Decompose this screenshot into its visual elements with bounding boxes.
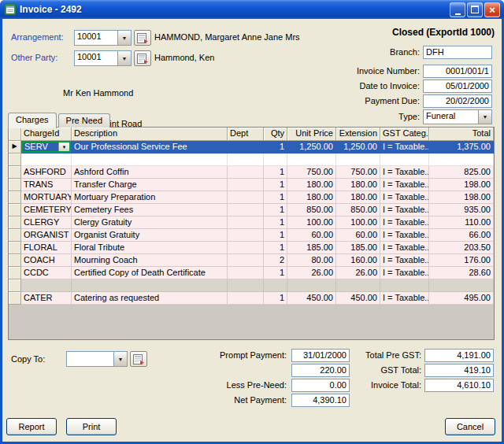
cell-id [21, 154, 72, 166]
table-row[interactable]: CLERGYClergy Gratuity1100.00100.00I = Ta… [9, 216, 494, 229]
table-row[interactable]: ASHFORDAshford Coffin1750.00750.00I = Ta… [9, 166, 494, 179]
cancel-button[interactable]: Cancel [445, 418, 495, 435]
cell-dept [228, 242, 264, 254]
close-button[interactable]: × [484, 2, 500, 17]
minimize-button[interactable] [450, 2, 465, 17]
cell-id: COACH [21, 254, 72, 267]
gst-total-field[interactable]: 419.10 [424, 364, 494, 377]
table-row[interactable]: TRANSTransfer Charge1180.00180.00I = Tax… [9, 179, 494, 191]
cell-total: 935.00 [429, 204, 494, 216]
cell-dept [228, 292, 264, 305]
maximize-icon [471, 6, 479, 13]
column-header-qty[interactable]: Qty [264, 128, 287, 141]
cell-gst: I = Taxable... [380, 204, 429, 216]
chargeid-dropdown-button[interactable]: ▼ [58, 142, 69, 151]
cell-id: CEMETERY [21, 204, 72, 216]
table-row[interactable]: CATERCatering as requested1450.00450.00I… [9, 292, 494, 305]
grid-body: ▶SERV▼Our Professional Service Fee11,250… [9, 141, 494, 305]
cell-ext: 750.00 [336, 166, 380, 179]
other-party-combo[interactable]: 10001 ▼ [74, 50, 132, 66]
arrangement-combo[interactable]: 10001 ▼ [74, 30, 132, 46]
table-row[interactable] [9, 279, 494, 292]
invoice-total-field[interactable]: 4,610.10 [424, 379, 494, 392]
net-payment-label: Net Payment: [197, 395, 287, 405]
tab-pre-need[interactable]: Pre Need [58, 113, 110, 128]
table-row[interactable]: ORGANISTOrganist Gratuity160.0060.00I = … [9, 229, 494, 242]
cell-qty: 2 [264, 254, 287, 267]
column-header-unit-price[interactable]: Unit Price [287, 128, 336, 141]
titlebar[interactable]: Invoice - 2492 × [0, 0, 504, 19]
tab-charges[interactable]: Charges [8, 113, 57, 128]
cell-id: MORTUARY [21, 191, 72, 204]
cell-unit: 80.00 [287, 254, 336, 267]
cell-desc [72, 154, 228, 166]
arrangement-lookup-button[interactable] [134, 30, 151, 46]
cell-total [429, 279, 494, 292]
cell-qty: 1 [264, 242, 287, 254]
branch-field[interactable]: DFH [423, 46, 492, 59]
cell-dept [228, 229, 264, 242]
maximize-button[interactable] [467, 2, 483, 17]
table-row[interactable]: CCDCCertified Copy of Death Certificate1… [9, 267, 494, 279]
cell-dept [228, 204, 264, 216]
type-label: Type: [315, 112, 420, 121]
invoice-number-label: Invoice Number: [315, 66, 420, 76]
tab-bar: Charges Pre Need [8, 113, 112, 128]
copy-to-combo[interactable]: ▼ [66, 351, 128, 367]
column-header-gst-category[interactable]: GST Categ... [380, 128, 429, 141]
net-payment-field[interactable]: 4,390.10 [291, 394, 350, 407]
total-pre-gst-label: Total Pre GST: [323, 350, 421, 360]
less-pre-need-label: Less Pre-Need: [197, 380, 287, 390]
arrangement-label: Arrangement: [11, 32, 64, 42]
table-row[interactable] [9, 154, 494, 166]
cell-total: 1,375.00 [429, 141, 494, 154]
cell-total: 110.00 [429, 216, 494, 229]
cell-qty: 1 [264, 204, 287, 216]
column-header-chargeid[interactable]: ChargeId [21, 128, 72, 141]
cell-unit: 180.00 [287, 179, 336, 191]
table-row[interactable]: COACHMourning Coach280.00160.00I = Taxab… [9, 254, 494, 267]
arrangement-dropdown-button[interactable]: ▼ [117, 31, 131, 45]
cell-desc: Catering as requested [72, 292, 228, 305]
cell-desc: Our Professional Service Fee [72, 141, 228, 154]
column-header-total[interactable]: Total [429, 128, 494, 141]
row-indicator [9, 254, 21, 267]
cell-gst [380, 279, 429, 292]
invoice-number-field[interactable]: 0001/001/1 [423, 65, 492, 78]
arrangement-value: 10001 [75, 31, 117, 45]
cell-id: ASHFORD [21, 166, 72, 179]
cell-dept [228, 154, 264, 166]
date-to-invoice-field[interactable]: 05/01/2000 [423, 80, 492, 93]
cell-gst: I = Taxable... [380, 216, 429, 229]
table-row[interactable]: ▶SERV▼Our Professional Service Fee11,250… [9, 141, 494, 154]
cell-unit: 1,250.00 [287, 141, 336, 154]
type-dropdown-button[interactable]: ▼ [478, 110, 491, 124]
copy-to-label: Copy To: [11, 354, 45, 364]
arrangement-name: HAMMOND, Margaret Anne Jane Mrs [154, 32, 300, 42]
table-row[interactable]: CEMETERYCemetery Fees1850.00850.00I = Ta… [9, 204, 494, 216]
copy-to-dropdown-button[interactable]: ▼ [113, 352, 127, 366]
cell-gst: I = Taxable... [380, 191, 429, 204]
cell-qty: 1 [264, 229, 287, 242]
cell-dept [228, 191, 264, 204]
current-row-indicator: ▶ [9, 141, 21, 154]
chargeid-inplace-editor[interactable]: SERV▼ [21, 141, 71, 153]
payment-due-field[interactable]: 20/02/2000 [423, 94, 492, 108]
cell-unit: 850.00 [287, 204, 336, 216]
other-party-lookup-button[interactable] [134, 50, 151, 66]
table-row[interactable]: FLORALFloral Tribute1185.00185.00I = Tax… [9, 242, 494, 254]
cell-total: 176.00 [429, 254, 494, 267]
column-header-dept[interactable]: Dept [228, 128, 264, 141]
cell-dept [228, 267, 264, 279]
row-indicator [9, 204, 21, 216]
other-party-dropdown-button[interactable]: ▼ [117, 51, 131, 65]
print-button[interactable]: Print [66, 418, 117, 435]
type-combo[interactable]: Funeral ▼ [423, 109, 492, 124]
table-row[interactable]: MORTUARYMortuary Preparation1180.00180.0… [9, 191, 494, 204]
cell-desc [72, 279, 228, 292]
column-header-extension[interactable]: Extension [336, 128, 380, 141]
report-button[interactable]: Report [6, 418, 57, 435]
copy-to-lookup-button[interactable] [130, 351, 147, 367]
column-header-description[interactable]: Description [72, 128, 228, 141]
total-pre-gst-field[interactable]: 4,191.00 [424, 349, 494, 362]
